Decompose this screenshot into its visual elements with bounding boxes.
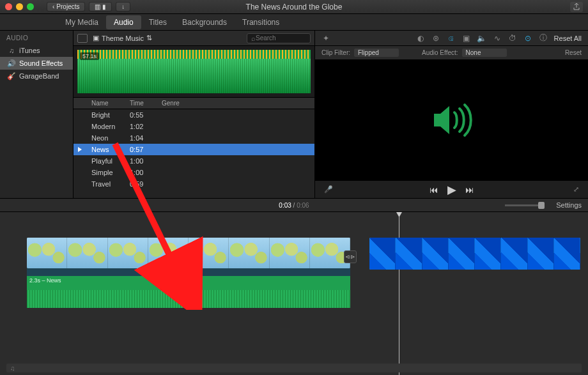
cell-name: Simple [86, 167, 125, 178]
magic-wand-icon[interactable]: ✦ [321, 34, 330, 43]
tab-titles[interactable]: Titles [141, 15, 174, 29]
viewer-panel: ✦ ◐ ⊛ ⟃ ▣ 🔈 ∿ ⏱ ⊙ ⓘ Reset All Clip Filte… [315, 31, 588, 198]
color-wheel-icon[interactable]: ⊛ [431, 34, 440, 43]
zoom-window-icon[interactable] [27, 3, 34, 10]
tab-backgrounds[interactable]: Backgrounds [174, 15, 235, 29]
guitar-icon: 🎸 [8, 72, 15, 80]
microphone-icon[interactable]: 🎤 [324, 185, 333, 194]
playback-controls: 🎤 ⏮ ▶ ⏭ ⤢ [315, 180, 588, 198]
media-browser: ▣ Theme Music ⇅ ⌕ 57.1s Name Time Genre … [74, 31, 315, 198]
table-row[interactable]: Simple1:00 [74, 167, 314, 178]
prev-button[interactable]: ⏮ [429, 185, 438, 195]
timeline-clip-1[interactable]: 2.3s – News ⊲⊳ [27, 238, 350, 308]
audio-sidebar: AUDIO ♫ iTunes 🔊 Sound Effects 🎸 GarageB… [0, 31, 74, 198]
zoom-slider[interactable] [505, 204, 543, 206]
clip-filter-label: Clip Filter: [321, 49, 350, 56]
cell-time: 1:00 [125, 167, 157, 178]
transition-icon[interactable]: ⊲⊳ [344, 250, 357, 263]
sidebar-item-label: GarageBand [19, 72, 59, 80]
play-icon[interactable] [78, 147, 82, 152]
table-row[interactable]: News0:57 [74, 144, 314, 155]
chevron-left-icon: ‹ [52, 3, 54, 10]
viewer-toolbar: ✦ ◐ ⊛ ⟃ ▣ 🔈 ∿ ⏱ ⊙ ⓘ Reset All [315, 31, 588, 46]
back-projects-button[interactable]: ‹ Projects [47, 2, 85, 11]
dropdown-arrows-icon: ⇅ [146, 34, 152, 42]
folder-icon: ▣ [93, 34, 99, 42]
filter-bar: Clip Filter: Flipped Audio Effect: None … [315, 46, 588, 60]
speaker-icon: 🔊 [8, 59, 15, 67]
search-input[interactable] [256, 34, 300, 42]
preview-canvas[interactable] [315, 60, 588, 180]
reset-all-button[interactable]: Reset All [554, 34, 582, 42]
video-track[interactable] [369, 238, 580, 270]
cell-genre [157, 171, 314, 174]
speed-icon[interactable]: ⏱ [508, 34, 517, 43]
cell-name: News [86, 144, 125, 155]
fullscreen-icon[interactable]: ⤢ [573, 185, 579, 194]
audio-playing-icon [426, 101, 477, 139]
col-genre[interactable]: Genre [157, 98, 314, 109]
close-window-icon[interactable] [5, 3, 12, 10]
music-note-icon: ♫ [8, 47, 15, 54]
tab-my-media[interactable]: My Media [58, 15, 106, 29]
table-body: Bright0:55Modern1:02Neon1:04News0:57Play… [74, 109, 314, 198]
audio-effect-value[interactable]: None [462, 49, 507, 57]
clip-filter-value[interactable]: Flipped [354, 49, 399, 57]
reset-button[interactable]: Reset [565, 49, 582, 56]
sidebar-item-sound-effects[interactable]: 🔊 Sound Effects [0, 57, 73, 70]
library-selector[interactable]: ▣ Theme Music ⇅ [93, 34, 152, 42]
next-button[interactable]: ⏭ [465, 185, 474, 195]
tab-transitions[interactable]: Transitions [235, 15, 287, 29]
cell-genre [157, 148, 314, 151]
timeline-settings-button[interactable]: Settings [556, 201, 582, 209]
library-tabs: My Media Audio Titles Backgrounds Transi… [0, 14, 588, 31]
video-track[interactable] [27, 238, 350, 268]
cell-genre [157, 182, 314, 186]
timeline-clip-2[interactable] [369, 238, 580, 270]
color-balance-icon[interactable]: ◐ [416, 34, 425, 43]
table-row[interactable]: Modern1:02 [74, 121, 314, 132]
attached-audio-clip[interactable]: 2.3s – News [27, 276, 350, 308]
search-icon: ⌕ [251, 34, 256, 42]
view-mode-icon[interactable] [77, 34, 88, 43]
stabilize-icon[interactable]: ▣ [462, 34, 471, 43]
cell-genre [157, 159, 314, 163]
cell-genre [157, 125, 314, 128]
volume-icon[interactable]: 🔈 [477, 34, 486, 43]
table-row[interactable]: Travel0:59 [74, 178, 314, 190]
clip-audio-bar [27, 268, 350, 276]
timeline[interactable]: 2.3s – News ⊲⊳ ♫ [0, 212, 588, 375]
tab-audio[interactable]: Audio [106, 15, 141, 29]
sidebar-item-garageband[interactable]: 🎸 GarageBand [0, 70, 73, 82]
equalizer-icon[interactable]: ∿ [493, 34, 502, 43]
cell-name: Neon [86, 132, 125, 144]
share-icon[interactable] [570, 2, 583, 12]
minimize-window-icon[interactable] [16, 3, 23, 10]
import-button[interactable]: ↓ [116, 2, 130, 11]
back-label: Projects [56, 3, 79, 10]
sidebar-item-itunes[interactable]: ♫ iTunes [0, 44, 73, 57]
filter-icon[interactable]: ⊙ [523, 34, 532, 43]
cell-name: Bright [86, 109, 125, 121]
audio-effect-label: Audio Effect: [422, 49, 458, 56]
table-row[interactable]: Playful1:00 [74, 155, 314, 167]
table-row[interactable]: Bright0:55 [74, 109, 314, 121]
sidebar-item-label: iTunes [19, 47, 40, 54]
window-controls [0, 3, 34, 10]
table-row[interactable]: Neon1:04 [74, 132, 314, 144]
waveform-preview[interactable]: 57.1s [74, 46, 314, 97]
info-icon[interactable]: ⓘ [539, 34, 548, 43]
play-button[interactable]: ▶ [447, 183, 456, 197]
cell-genre [157, 136, 314, 140]
library-label: Theme Music [102, 34, 144, 42]
total-duration: 0:06 [297, 202, 309, 209]
col-name[interactable]: Name [86, 98, 125, 109]
playhead[interactable] [399, 212, 399, 375]
sidebar-item-label: Sound Effects [19, 59, 63, 67]
crop-icon[interactable]: ⟃ [447, 34, 456, 43]
col-time[interactable]: Time [125, 98, 157, 109]
layout-toggle-button[interactable]: ▥ ▮ [89, 2, 112, 11]
search-field[interactable]: ⌕ [247, 33, 311, 43]
cell-time: 1:04 [125, 132, 157, 144]
cell-time: 0:59 [125, 178, 157, 190]
